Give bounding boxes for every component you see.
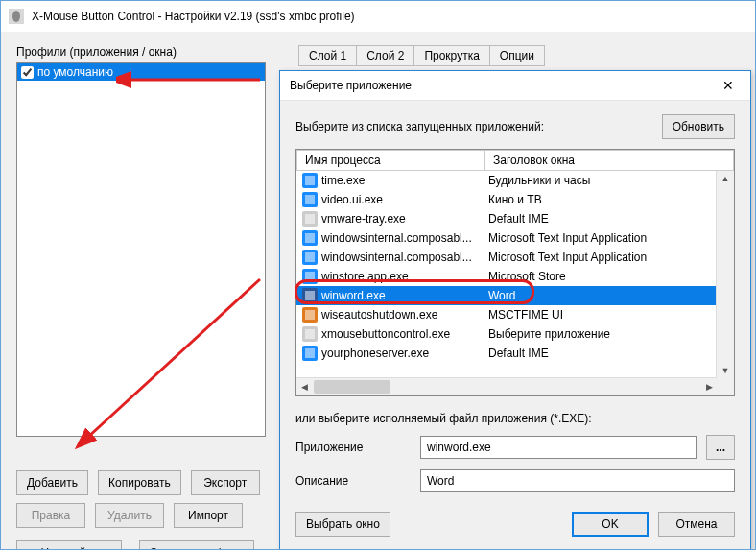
svg-rect-9 xyxy=(305,233,315,243)
titlebar: X-Mouse Button Control - Настройки v2.19… xyxy=(1,1,755,33)
process-name: wiseautoshutdown.exe xyxy=(321,308,437,322)
chevron-right-icon[interactable]: ▶ xyxy=(701,379,717,395)
table-row[interactable]: windowsinternal.composabl...Microsoft Te… xyxy=(296,228,717,248)
window-title-cell: Кино и ТВ xyxy=(484,193,717,206)
import-button[interactable]: Импорт xyxy=(174,503,243,528)
process-name: vmware-tray.exe xyxy=(321,212,406,226)
tab-scroll[interactable]: Прокрутка xyxy=(413,45,489,66)
app-icon xyxy=(302,269,318,284)
window-title-cell: Word xyxy=(484,289,717,302)
tab-layer1[interactable]: Слой 1 xyxy=(298,45,357,66)
table-row[interactable]: vmware-tray.exeDefault IME xyxy=(296,209,717,228)
profile-default-checkbox[interactable] xyxy=(21,66,34,79)
export-profile-button[interactable]: Экспорт профиля xyxy=(139,540,254,550)
refresh-button[interactable]: Обновить xyxy=(662,114,735,139)
table-header: Имя процесса Заголовок окна xyxy=(296,150,734,171)
app-field-label: Приложение xyxy=(295,441,411,454)
cancel-button[interactable]: Отмена xyxy=(658,512,735,537)
table-row[interactable]: winword.exeWord xyxy=(296,286,717,305)
export-button[interactable]: Экспорт xyxy=(191,470,260,495)
settings-button[interactable]: Настройки xyxy=(16,540,122,550)
select-window-button[interactable]: Выбрать окно xyxy=(295,512,390,537)
table-row[interactable]: winstore.app.exeMicrosoft Store xyxy=(296,267,717,286)
process-name: winstore.app.exe xyxy=(321,270,409,283)
process-name: windowsinternal.composabl... xyxy=(321,231,472,245)
or-exe-label: или выберите исполняемый файл приложения… xyxy=(295,412,735,425)
svg-rect-3 xyxy=(305,176,315,185)
window-title-cell: Default IME xyxy=(484,347,717,360)
ok-button[interactable]: OK xyxy=(572,512,649,537)
process-name: video.ui.exe xyxy=(321,193,383,206)
profile-default-label: по умолчанию xyxy=(37,65,113,79)
window-title-cell: Будильники и часы xyxy=(484,174,717,187)
svg-rect-11 xyxy=(305,252,315,262)
dialog-body: Выберите из списка запущенных приложений… xyxy=(280,101,750,550)
svg-rect-19 xyxy=(305,329,315,339)
svg-rect-15 xyxy=(305,291,315,300)
chevron-up-icon[interactable]: ▲ xyxy=(718,171,733,186)
process-name: xmousebuttoncontrol.exe xyxy=(321,327,450,341)
table-row[interactable]: video.ui.exeКино и ТВ xyxy=(296,190,717,209)
window-title-cell: Default IME xyxy=(484,212,717,226)
horizontal-scrollbar[interactable]: ◀ ▶ xyxy=(296,377,717,395)
dialog-instruction: Выберите из списка запущенных приложений… xyxy=(295,120,544,133)
select-app-dialog: Выберите приложение ✕ Выберите из списка… xyxy=(279,70,751,550)
app-field[interactable] xyxy=(420,436,697,459)
copy-button[interactable]: Копировать xyxy=(98,470,181,495)
app-icon xyxy=(302,346,318,361)
scroll-corner xyxy=(717,378,734,395)
chevron-left-icon[interactable]: ◀ xyxy=(296,379,312,395)
delete-button[interactable]: Удалить xyxy=(95,503,164,528)
app-icon xyxy=(302,192,318,207)
process-name: yourphoneserver.exe xyxy=(321,347,429,360)
svg-point-1 xyxy=(12,11,20,22)
col-window-title[interactable]: Заголовок окна xyxy=(484,150,734,171)
process-name: winword.exe xyxy=(321,289,386,302)
vertical-scrollbar[interactable]: ▲ ▼ xyxy=(716,171,734,378)
app-icon xyxy=(302,173,318,188)
dialog-titlebar: Выберите приложение ✕ xyxy=(280,71,750,101)
close-icon[interactable]: ✕ xyxy=(706,71,750,100)
window-title-cell: Microsoft Store xyxy=(484,270,717,283)
svg-rect-13 xyxy=(305,272,315,281)
app-icon xyxy=(302,211,318,227)
window-title-cell: Microsoft Text Input Application xyxy=(484,231,717,245)
tab-options[interactable]: Опции xyxy=(489,45,545,66)
svg-rect-17 xyxy=(305,310,315,320)
svg-rect-5 xyxy=(305,195,315,204)
main-tabs: Слой 1 Слой 2 Прокрутка Опции xyxy=(298,45,544,66)
table-row[interactable]: yourphoneserver.exeDefault IME xyxy=(296,344,717,363)
window-title: X-Mouse Button Control - Настройки v2.19… xyxy=(32,10,355,23)
add-button[interactable]: Добавить xyxy=(16,470,88,495)
app-icon xyxy=(9,9,24,24)
app-icon xyxy=(302,307,318,323)
table-row[interactable]: xmousebuttoncontrol.exeВыберите приложен… xyxy=(296,324,717,344)
profiles-list[interactable]: по умолчанию xyxy=(16,62,266,437)
edit-button[interactable]: Правка xyxy=(16,503,85,528)
scroll-thumb[interactable] xyxy=(314,380,390,394)
process-name: time.exe xyxy=(321,174,365,187)
window-title-cell: Microsoft Text Input Application xyxy=(484,251,717,264)
app-icon xyxy=(302,230,318,246)
dialog-title-text: Выберите приложение xyxy=(290,79,412,92)
app-icon xyxy=(302,288,318,303)
chevron-down-icon[interactable]: ▼ xyxy=(718,363,733,378)
svg-rect-7 xyxy=(305,214,315,224)
table-row[interactable]: windowsinternal.composabl...Microsoft Te… xyxy=(296,248,717,267)
window-title-cell: Выберите приложение xyxy=(484,327,717,341)
desc-field-label: Описание xyxy=(295,474,411,488)
process-name: windowsinternal.composabl... xyxy=(321,251,472,264)
profile-default-row[interactable]: по умолчанию xyxy=(17,63,265,81)
main-window: X-Mouse Button Control - Настройки v2.19… xyxy=(0,0,756,550)
table-row[interactable]: time.exeБудильники и часы xyxy=(296,171,717,190)
window-title-cell: MSCTFIME UI xyxy=(484,308,717,322)
process-table[interactable]: Имя процесса Заголовок окна time.exeБуди… xyxy=(295,149,735,396)
svg-rect-21 xyxy=(305,348,315,358)
col-process-name[interactable]: Имя процесса xyxy=(296,150,484,171)
desc-field[interactable] xyxy=(420,469,735,492)
tab-layer2[interactable]: Слой 2 xyxy=(356,45,414,66)
table-row[interactable]: wiseautoshutdown.exeMSCTFIME UI xyxy=(296,305,717,324)
app-icon xyxy=(302,250,318,265)
app-icon xyxy=(302,326,318,342)
browse-button[interactable]: ... xyxy=(706,435,735,460)
